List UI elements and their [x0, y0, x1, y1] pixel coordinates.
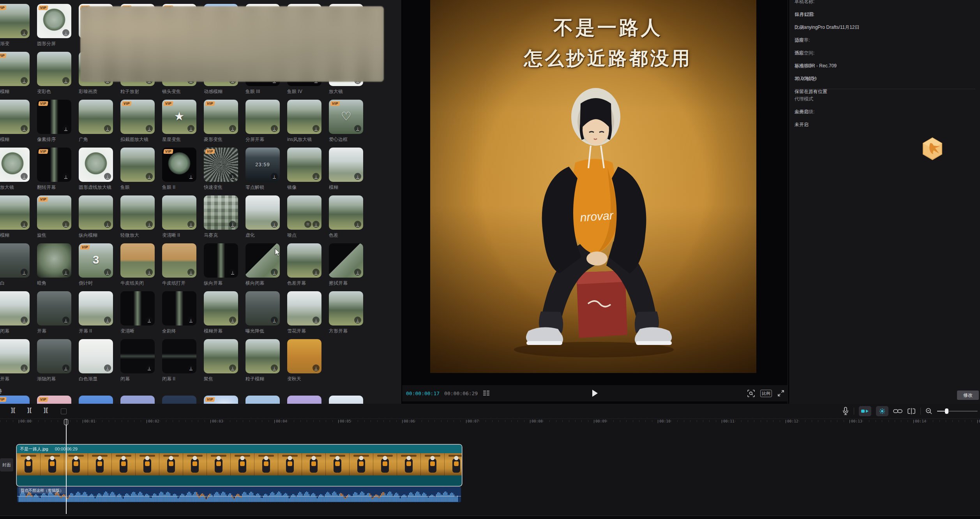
effect-thumbnail[interactable]: [120, 396, 155, 404]
download-icon[interactable]: ↓: [187, 317, 194, 324]
download-icon[interactable]: ↓: [229, 364, 236, 371]
effect-thumbnail[interactable]: ↓: [0, 148, 30, 182]
effect-item[interactable]: VIP↓圆形分屏: [37, 4, 71, 47]
effect-thumbnail[interactable]: ↓: [287, 148, 321, 182]
effect-item[interactable]: 23:59↓零点解锁: [245, 148, 280, 191]
timeline-ruler[interactable]: 00:0000:0100:0200:0300:0400:0500:0600:07…: [0, 419, 980, 428]
download-icon[interactable]: ↓: [271, 317, 278, 324]
effect-thumbnail[interactable]: VIP↓: [37, 148, 71, 182]
ratio-button[interactable]: 比例: [760, 390, 772, 397]
effect-thumbnail[interactable]: ☆↓: [287, 195, 321, 230]
record-voiceover-icon[interactable]: [842, 407, 849, 415]
effect-thumbnail[interactable]: VIP↓: [0, 52, 30, 86]
download-icon[interactable]: ↓: [146, 221, 153, 228]
effect-thumbnail[interactable]: ↓: [162, 339, 196, 373]
download-icon[interactable]: ↓: [271, 364, 278, 371]
cover-button[interactable]: 封面: [0, 458, 13, 471]
split-left-tool-icon[interactable]: ][: [27, 406, 32, 413]
effect-item[interactable]: ↓变清晰 II: [162, 195, 196, 239]
favorite-star-icon[interactable]: ☆: [304, 221, 311, 228]
download-icon[interactable]: ↓: [354, 125, 361, 132]
video-clip[interactable]: 不是一路人.jpg 00:00:06:29: [17, 445, 462, 486]
effect-thumbnail[interactable]: ↓: [204, 243, 238, 278]
play-button[interactable]: [592, 390, 598, 397]
download-icon[interactable]: ↓: [354, 221, 361, 228]
effect-thumbnail[interactable]: ↓: [204, 291, 238, 325]
download-icon[interactable]: ↓: [21, 364, 28, 371]
effect-item[interactable]: ↓曝光降低: [245, 291, 280, 334]
download-icon[interactable]: ↓: [21, 125, 28, 132]
download-icon[interactable]: ↓: [21, 269, 28, 276]
effect-item[interactable]: ↓轻微放大: [120, 195, 155, 239]
effect-item[interactable]: [79, 396, 113, 404]
effect-thumbnail[interactable]: VIP↓: [162, 148, 196, 182]
effect-item[interactable]: ↓头放大镜: [0, 148, 30, 191]
thunder-download-icon[interactable]: [921, 137, 944, 160]
effect-thumbnail[interactable]: ↓: [0, 339, 30, 373]
effect-item[interactable]: VIP↓轴模糊: [0, 52, 30, 95]
effect-item[interactable]: VIP: [0, 396, 30, 404]
effect-item[interactable]: ↓镜像: [287, 148, 321, 191]
effect-thumbnail[interactable]: ↓: [0, 243, 30, 278]
download-icon[interactable]: ↓: [187, 173, 194, 180]
download-icon[interactable]: ↓: [62, 173, 69, 180]
effect-thumbnail[interactable]: VIP↓: [37, 4, 71, 38]
effect-item[interactable]: ↓闭幕: [120, 339, 155, 382]
effect-item[interactable]: [162, 396, 196, 404]
playhead-handle[interactable]: [64, 419, 68, 425]
audio-clip[interactable]: 我也不想这样（剪辑版）: [17, 487, 461, 502]
effect-item[interactable]: VIP↓拟截图放大镜: [120, 100, 155, 143]
effect-thumbnail[interactable]: VIP3↓: [79, 243, 113, 278]
effect-item[interactable]: ↓色差: [329, 195, 363, 239]
effect-item[interactable]: VIP: [37, 396, 71, 404]
effect-thumbnail[interactable]: ↓: [37, 339, 71, 373]
effect-item[interactable]: ↓变清晰: [120, 291, 155, 334]
effect-item[interactable]: ↓闭幕 II: [162, 339, 196, 382]
effect-thumbnail[interactable]: ↓: [37, 291, 71, 325]
download-icon[interactable]: ↓: [62, 317, 69, 324]
effect-thumbnail[interactable]: ↓: [120, 291, 155, 325]
download-icon[interactable]: ↓: [313, 221, 320, 228]
effect-item[interactable]: ↓圆形虚线放大镜: [79, 148, 113, 191]
download-icon[interactable]: ↓: [271, 221, 278, 228]
effect-thumbnail[interactable]: VIP↓: [120, 100, 155, 134]
download-icon[interactable]: ↓: [104, 221, 111, 228]
download-icon[interactable]: ↓: [104, 269, 111, 276]
effect-item[interactable]: [245, 396, 280, 404]
auto-snap-toggle[interactable]: [876, 406, 888, 416]
effect-thumbnail[interactable]: ↓: [0, 100, 30, 134]
download-icon[interactable]: ↓: [187, 221, 194, 228]
effect-thumbnail[interactable]: VIP: [0, 396, 30, 404]
split-right-tool-icon[interactable]: ][: [44, 406, 48, 413]
effect-item[interactable]: ↓色差开幕: [287, 243, 321, 287]
effect-thumbnail[interactable]: ↓: [79, 291, 113, 325]
effect-thumbnail[interactable]: ↓: [329, 291, 363, 325]
effect-thumbnail[interactable]: ↓: [287, 291, 321, 325]
download-icon[interactable]: ↓: [229, 173, 236, 180]
effect-item[interactable]: VIP↓快速变焦: [204, 148, 238, 191]
effect-thumbnail[interactable]: ↓: [245, 100, 280, 134]
effect-thumbnail[interactable]: ↓: [245, 339, 280, 373]
download-icon[interactable]: ↓: [62, 364, 69, 371]
preview-quality-icon[interactable]: [747, 390, 755, 397]
effect-item[interactable]: [329, 396, 363, 404]
download-icon[interactable]: ↓: [229, 125, 236, 132]
effect-item[interactable]: VIP↓菱形变焦: [204, 100, 238, 143]
select-tool-icon[interactable]: ][: [11, 406, 16, 413]
effect-item[interactable]: [120, 396, 155, 404]
zoom-slider-handle[interactable]: [945, 408, 948, 414]
effect-item[interactable]: ↓牛皮纸关闭: [120, 243, 155, 287]
effect-item[interactable]: VIP↓像素排序: [37, 100, 71, 143]
effect-item[interactable]: ☆↓噪点: [287, 195, 321, 239]
download-icon[interactable]: ↓: [313, 269, 320, 276]
effect-item[interactable]: ↓黑白: [0, 243, 30, 287]
effect-thumbnail[interactable]: VIP↓: [0, 4, 30, 38]
effect-item[interactable]: [287, 396, 321, 404]
modify-button[interactable]: 修改: [957, 391, 979, 400]
effect-item[interactable]: ↓变彩色: [37, 52, 71, 95]
effect-item[interactable]: ↓牛皮纸打开: [162, 243, 196, 287]
effect-item[interactable]: ↓虚化: [245, 195, 280, 239]
effect-item[interactable]: VIP♡↓爱心边框: [329, 100, 363, 143]
effect-item[interactable]: VIP: [204, 396, 238, 404]
effect-item[interactable]: ↓聚焦: [204, 339, 238, 382]
